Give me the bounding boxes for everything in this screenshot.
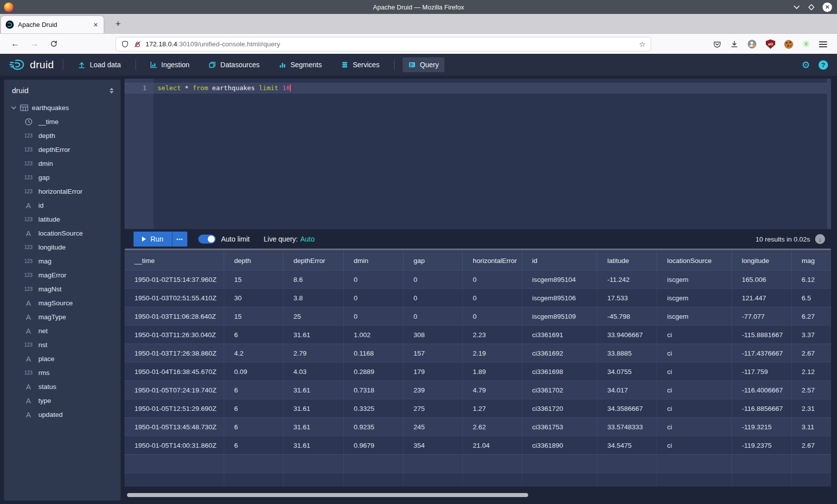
table-cell[interactable]: 1950-01-03T11:06:28.640Z xyxy=(125,307,224,325)
table-cell[interactable]: ci xyxy=(657,363,732,380)
sidebar-column-horizontalError[interactable]: 123horizontalError xyxy=(4,184,121,198)
table-cell[interactable]: ci xyxy=(657,418,732,436)
lock-slash-icon[interactable] xyxy=(134,40,141,48)
table-cell[interactable]: -119.2375 xyxy=(732,436,792,454)
table-cell[interactable]: -117.759 xyxy=(732,363,792,380)
sidebar-column-rms[interactable]: 123rms xyxy=(4,366,121,379)
table-cell[interactable]: ci xyxy=(657,436,732,454)
table-cell[interactable]: 121.447 xyxy=(732,289,792,307)
sidebar-column-latitude[interactable]: 123latitude xyxy=(4,212,121,226)
table-cell[interactable]: 15 xyxy=(224,270,283,288)
sidebar-column-dmin[interactable]: 123dmin xyxy=(4,156,121,170)
table-cell[interactable]: 2.19 xyxy=(463,344,522,362)
table-cell[interactable]: 1950-01-03T17:26:38.860Z xyxy=(125,344,224,362)
sidebar-column-depth[interactable]: 123depth xyxy=(4,128,121,142)
table-cell[interactable]: ci3361691 xyxy=(522,326,597,344)
sidebar-column-gap[interactable]: 123gap xyxy=(4,170,121,184)
table-cell[interactable]: 34.017 xyxy=(597,381,657,399)
table-cell[interactable]: 1950-01-05T12:51:29.690Z xyxy=(125,399,224,417)
sidebar-column-nst[interactable]: 123nst xyxy=(4,338,121,352)
table-cell[interactable]: ci xyxy=(657,399,732,417)
table-cell[interactable]: 4.03 xyxy=(283,363,344,380)
table-cell[interactable]: 2.31 xyxy=(792,399,831,417)
table-cell[interactable]: 2.79 xyxy=(283,344,344,362)
table-cell[interactable]: 0 xyxy=(344,307,404,325)
table-cell[interactable]: 1950-01-03T02:51:55.410Z xyxy=(125,289,224,307)
column-header-horizontalError[interactable]: horizontalError xyxy=(463,251,522,270)
shield-icon[interactable] xyxy=(121,40,129,48)
table-cell[interactable]: 1950-01-02T15:14:37.960Z xyxy=(125,270,224,288)
table-cell[interactable]: 0.9235 xyxy=(344,418,404,436)
sidebar-column-locationSource[interactable]: AlocationSource xyxy=(4,226,121,240)
table-cell[interactable]: 245 xyxy=(404,418,463,436)
sidebar-column-net[interactable]: Anet xyxy=(4,324,121,338)
url-bar[interactable]: 172.18.0.4:30109/unified-console.html#qu… xyxy=(116,37,651,51)
sort-icon[interactable] xyxy=(110,88,114,94)
editor-results-splitter[interactable] xyxy=(125,249,831,251)
reload-icon[interactable] xyxy=(50,40,58,48)
table-cell[interactable]: ci xyxy=(657,326,732,344)
horizontal-scrollbar[interactable] xyxy=(127,493,528,497)
table-cell[interactable]: -11.242 xyxy=(597,270,657,288)
table-cell[interactable]: 3.37 xyxy=(792,326,831,344)
table-cell[interactable]: 17.533 xyxy=(597,289,657,307)
table-cell[interactable]: ci3361702 xyxy=(522,381,597,399)
table-cell[interactable]: 0 xyxy=(463,307,522,325)
table-cell[interactable]: ci xyxy=(657,381,732,399)
table-cell[interactable]: iscgem xyxy=(657,307,732,325)
table-cell[interactable]: 3.11 xyxy=(792,418,831,436)
table-cell[interactable]: -45.798 xyxy=(597,307,657,325)
table-cell[interactable]: 179 xyxy=(404,363,463,380)
table-cell[interactable]: 354 xyxy=(404,436,463,454)
table-cell[interactable]: iscgem xyxy=(657,289,732,307)
nav-datasources[interactable]: Datasources xyxy=(203,57,265,72)
sidebar-column-place[interactable]: Aplace xyxy=(4,352,121,366)
download-icon[interactable] xyxy=(730,40,738,48)
query-text[interactable]: select * from earthquakes limit 10 xyxy=(157,83,291,94)
menu-icon[interactable] xyxy=(819,41,827,47)
run-button[interactable]: Run xyxy=(134,232,172,247)
table-cell[interactable]: ci3361753 xyxy=(522,418,597,436)
table-cell[interactable]: 0.9679 xyxy=(344,436,404,454)
table-cell[interactable]: 0 xyxy=(404,307,463,325)
table-cell[interactable]: 2.67 xyxy=(792,436,831,454)
minimize-chevron-icon[interactable] xyxy=(793,5,800,9)
table-cell[interactable]: 0.1168 xyxy=(344,344,404,362)
cookie-icon[interactable] xyxy=(784,40,793,49)
table-cell[interactable]: 157 xyxy=(404,344,463,362)
table-cell[interactable]: 239 xyxy=(404,381,463,399)
table-cell[interactable]: 33.5748333 xyxy=(597,418,657,436)
table-cell[interactable]: 31.61 xyxy=(283,436,344,454)
download-results-icon[interactable]: ↓ xyxy=(815,234,825,244)
table-cell[interactable]: 2.23 xyxy=(463,326,522,344)
sidebar-column-updated[interactable]: Aupdated xyxy=(4,407,121,421)
column-header-gap[interactable]: gap xyxy=(404,251,463,270)
table-cell[interactable]: 31.61 xyxy=(283,399,344,417)
table-cell[interactable]: 1.89 xyxy=(463,363,522,380)
table-cell[interactable]: 0.2889 xyxy=(344,363,404,380)
table-cell[interactable]: 4.2 xyxy=(224,344,283,362)
table-cell[interactable]: 3.8 xyxy=(283,289,344,307)
table-cell[interactable]: -117.4376667 xyxy=(732,344,792,362)
table-cell[interactable]: ci3361890 xyxy=(522,436,597,454)
table-cell[interactable]: 34.5475 xyxy=(597,436,657,454)
table-cell[interactable]: 6 xyxy=(224,418,283,436)
gear-icon[interactable]: ⚙ xyxy=(802,60,810,70)
run-more-button[interactable]: ••• xyxy=(172,232,187,247)
table-cell[interactable]: 275 xyxy=(404,399,463,417)
table-cell[interactable]: 6 xyxy=(224,326,283,344)
nav-ingestion[interactable]: Ingestion xyxy=(144,57,195,72)
table-cell[interactable]: 33.8885 xyxy=(597,344,657,362)
tab-close-icon[interactable]: ✕ xyxy=(92,21,99,28)
table-cell[interactable]: 308 xyxy=(404,326,463,344)
new-tab-button[interactable]: + xyxy=(111,17,126,31)
table-cell[interactable]: 0 xyxy=(404,270,463,288)
table-cell[interactable]: 2.62 xyxy=(463,418,522,436)
table-cell[interactable]: 21.04 xyxy=(463,436,522,454)
table-cell[interactable]: ci3361720 xyxy=(522,399,597,417)
table-cell[interactable]: 6 xyxy=(224,399,283,417)
table-cell[interactable]: ci xyxy=(657,344,732,362)
table-cell[interactable]: 0.3325 xyxy=(344,399,404,417)
account-icon[interactable] xyxy=(747,39,757,49)
table-cell[interactable]: 1950-01-05T07:24:19.740Z xyxy=(125,381,224,399)
